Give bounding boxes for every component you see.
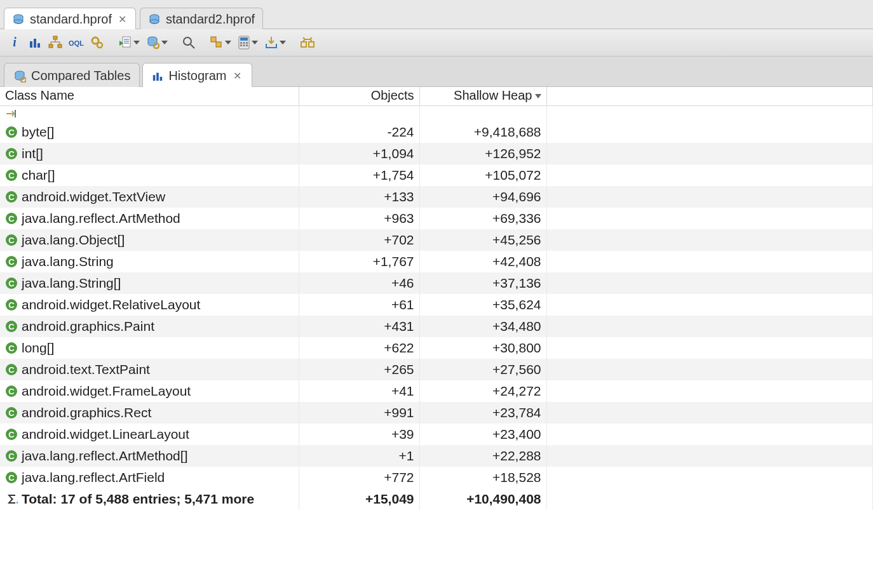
histogram-table: Class Name Objects Shallow Heap Cbyte[]-… xyxy=(0,87,873,510)
cell-class-name: Cjava.lang.String[] xyxy=(0,272,299,294)
cell-objects: +622 xyxy=(299,337,419,359)
editor-tab-label: standard.hprof xyxy=(30,12,112,27)
view-tab-compared-tables[interactable]: Compared Tables xyxy=(4,63,140,87)
filter-class-name[interactable] xyxy=(0,106,299,122)
class-name-text: android.graphics.Paint xyxy=(22,317,154,336)
cell-objects: +61 xyxy=(299,294,419,316)
svg-rect-36 xyxy=(160,76,163,80)
table-row[interactable]: Cchar[]+1,754+105,072 xyxy=(0,164,873,186)
svg-rect-26 xyxy=(246,42,248,44)
cell-class-name: Candroid.widget.FrameLayout xyxy=(0,380,299,402)
cell-shallow-heap: +69,336 xyxy=(419,208,546,229)
table-row[interactable]: Cjava.lang.String[]+46+37,136 xyxy=(0,272,873,294)
oql-button[interactable]: OQL xyxy=(66,33,86,52)
chevron-down-icon xyxy=(161,41,168,44)
table-row[interactable]: Cjava.lang.reflect.ArtMethod+963+69,336 xyxy=(0,208,873,229)
class-icon: C xyxy=(5,428,18,441)
cell-shallow-heap: +23,400 xyxy=(419,424,546,445)
class-icon: C xyxy=(5,126,18,138)
table-row[interactable]: Candroid.widget.LinearLayout+39+23,400 xyxy=(0,424,873,445)
search-icon xyxy=(182,36,196,50)
class-icon: C xyxy=(5,277,18,290)
compare-button[interactable] xyxy=(297,33,318,52)
column-header-shallow-heap[interactable]: Shallow Heap xyxy=(419,87,546,106)
table-row[interactable]: Cint[]+1,094+126,952 xyxy=(0,143,873,164)
cell-shallow-heap: +18,528 xyxy=(419,467,546,488)
class-icon: C xyxy=(5,342,18,354)
cell-objects: +39 xyxy=(299,424,419,445)
table-row[interactable]: Cbyte[]-224+9,418,688 xyxy=(0,121,873,143)
query-browser-button[interactable] xyxy=(144,33,170,52)
class-icon: C xyxy=(5,212,18,225)
chevron-down-icon xyxy=(252,41,258,44)
table-row[interactable]: Cjava.lang.reflect.ArtField+772+18,528 xyxy=(0,467,873,488)
class-icon: C xyxy=(5,363,18,376)
table-row[interactable]: Candroid.graphics.Paint+431+34,480 xyxy=(0,316,873,337)
column-header-label: Objects xyxy=(371,88,414,102)
column-header-objects[interactable]: Objects xyxy=(299,87,419,106)
gears-icon xyxy=(90,36,104,50)
cell-objects: +1,767 xyxy=(299,251,419,272)
thread-overview-button[interactable] xyxy=(88,33,107,52)
svg-rect-7 xyxy=(37,43,40,48)
dominator-tree-icon xyxy=(48,36,62,50)
histogram-button[interactable] xyxy=(25,33,44,52)
find-object-button[interactable] xyxy=(179,33,198,52)
table-row[interactable]: Candroid.graphics.Rect+991+23,784 xyxy=(0,402,873,424)
table-row[interactable]: Cjava.lang.Object[]+702+45,256 xyxy=(0,229,873,251)
class-name-text: char[] xyxy=(22,166,55,185)
chevron-down-icon xyxy=(225,41,231,44)
cell-total-objects: +15,049 xyxy=(299,488,419,510)
table-row[interactable]: Candroid.text.TextPaint+265+27,560 xyxy=(0,359,873,380)
histogram-icon xyxy=(152,70,163,82)
cell-objects: +1,754 xyxy=(299,164,419,186)
calculate-retained-button[interactable] xyxy=(235,33,261,52)
table-row[interactable]: Cjava.lang.reflect.ArtMethod[]+1+22,288 xyxy=(0,445,873,467)
table-row[interactable]: Cjava.lang.String+1,767+42,408 xyxy=(0,251,873,272)
group-by-button[interactable] xyxy=(207,33,234,52)
overview-button[interactable]: i xyxy=(5,33,24,52)
svg-rect-14 xyxy=(123,37,130,47)
svg-rect-27 xyxy=(240,44,242,46)
cell-class-name: Cjava.lang.Object[] xyxy=(0,229,299,251)
close-icon[interactable]: ✕ xyxy=(232,70,243,82)
column-header-class-name[interactable]: Class Name xyxy=(0,87,299,106)
total-label-text: Total: 17 of 5,488 entries; 5,471 more xyxy=(22,490,254,509)
svg-rect-9 xyxy=(49,44,53,48)
svg-text:C: C xyxy=(8,408,15,418)
class-icon: C xyxy=(5,298,18,311)
cell-objects: +41 xyxy=(299,380,419,402)
table-row[interactable]: Candroid.widget.RelativeLayout+61+35,624 xyxy=(0,294,873,316)
class-name-text: java.lang.String[] xyxy=(22,274,121,293)
class-name-text: android.widget.FrameLayout xyxy=(22,382,191,401)
total-row[interactable]: +Total: 17 of 5,488 entries; 5,471 more+… xyxy=(0,488,873,510)
class-icon: C xyxy=(5,169,18,182)
cell-class-name: Cjava.lang.reflect.ArtMethod xyxy=(0,208,299,229)
export-button[interactable] xyxy=(262,33,288,52)
oql-icon: OQL xyxy=(69,37,84,48)
editor-tab-standard2-hprof[interactable]: standard2.hprof xyxy=(140,8,263,29)
close-icon[interactable]: ✕ xyxy=(117,13,128,25)
editor-tab-standard-hprof[interactable]: standard.hprof ✕ xyxy=(4,8,136,29)
class-name-text: android.text.TextPaint xyxy=(22,360,150,379)
run-expert-system-button[interactable] xyxy=(116,33,142,52)
view-tab-histogram[interactable]: Histogram ✕ xyxy=(142,63,252,87)
table-row[interactable]: Candroid.widget.TextView+133+94,696 xyxy=(0,186,873,208)
svg-text:C: C xyxy=(8,430,15,439)
cell-total-shallow: +10,490,408 xyxy=(419,488,546,510)
cell-shallow-heap: +42,408 xyxy=(419,251,546,272)
dominator-tree-button[interactable] xyxy=(46,33,65,52)
svg-text:i: i xyxy=(13,36,17,49)
cell-shallow-heap: +24,272 xyxy=(419,380,546,402)
filter-shallow-heap[interactable] xyxy=(419,106,546,122)
table-row[interactable]: Candroid.widget.FrameLayout+41+24,272 xyxy=(0,380,873,402)
svg-text:C: C xyxy=(8,128,15,137)
table-row[interactable]: Clong[]+622+30,800 xyxy=(0,337,873,359)
svg-rect-34 xyxy=(153,75,156,81)
class-name-text: android.widget.TextView xyxy=(22,187,165,206)
filter-objects[interactable] xyxy=(299,106,419,122)
view-tabbar: Compared Tables Histogram ✕ xyxy=(0,57,873,87)
cell-objects: +431 xyxy=(299,316,419,337)
column-header-spacer xyxy=(546,87,873,106)
cell-objects: +1,094 xyxy=(299,143,419,164)
